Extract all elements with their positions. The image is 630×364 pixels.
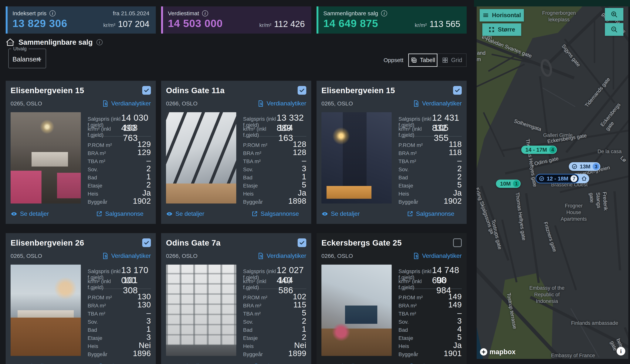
map-road [525, 193, 540, 283]
view-table-button[interactable]: Tabell [408, 54, 437, 67]
property-address: Elisenbergveien 26 [10, 238, 84, 247]
map-price-cluster[interactable]: 13M 3 [569, 162, 600, 171]
se-detaljer-link[interactable]: Se detaljer [322, 210, 360, 217]
valuation-stats-row: Indeksert prisi fra 21.05.2024 13 829 30… [6, 6, 467, 33]
property-photo [10, 265, 81, 356]
svg-text:$: $ [416, 102, 418, 106]
map[interactable]: eumFrognerborgen lekeplassGyldenløves ga… [477, 6, 628, 359]
map-street-label: Solheimgata [513, 118, 542, 133]
map-road [614, 191, 621, 270]
document-dollar-icon: $ [413, 253, 420, 259]
se-detaljer-link[interactable]: Se detaljer [166, 363, 204, 364]
property-card: Elisenbergveien 26 0265, OSLO $ Verdiana… [6, 233, 156, 364]
property-checkbox[interactable] [453, 86, 462, 95]
eye-icon [166, 210, 173, 217]
property-photo [166, 112, 236, 203]
view-grid-button[interactable]: Grid [437, 54, 466, 67]
table-icon [410, 57, 417, 64]
property-photo [322, 265, 392, 356]
property-postcode: 0266, OSLO [166, 253, 198, 259]
info-icon[interactable]: i [381, 10, 387, 16]
document-dollar-icon: $ [257, 253, 264, 259]
zoom-out-button[interactable] [605, 23, 624, 36]
mapbox-logo-icon [480, 348, 488, 356]
property-card: Elisenbergveien 15 0265, OSLO $ Verdiana… [6, 81, 156, 224]
info-icon[interactable]: i [50, 10, 56, 16]
property-address: Odins Gate 11a [166, 86, 224, 95]
property-postcode: 0266, OSLO [322, 253, 353, 259]
storre-button[interactable]: Større [482, 23, 521, 36]
magnifier-plus-icon [610, 10, 618, 18]
document-dollar-icon: $ [413, 100, 420, 107]
salgsannonse-link[interactable]: Salgsannonse [251, 210, 299, 217]
verdianalytiker-link[interactable]: $ Verdianalytiker [257, 252, 306, 259]
map-road [483, 112, 505, 157]
map-poi-label: Frognerborgen lekeplass [542, 10, 576, 23]
property-address: Elisenbergveien 15 [10, 86, 84, 95]
salgsannonse-link[interactable]: Salgsannonse [251, 363, 299, 364]
stat-card-sammenlignbare-salg: Sammenlignbare salgi 14 649 875 kr/m²113… [316, 6, 467, 33]
house-icon [581, 176, 587, 182]
property-checkbox[interactable] [142, 238, 151, 247]
stat-label: Verdiestimat [168, 10, 199, 16]
document-dollar-icon: $ [257, 100, 264, 107]
property-photo [322, 112, 392, 203]
property-checkbox[interactable] [453, 238, 462, 247]
expand-icon [488, 26, 495, 33]
stat-label: Indeksert pris [12, 10, 46, 16]
stat-label: Sammenlignbare salg [323, 10, 378, 16]
verdianalytiker-link[interactable]: $ Verdianalytiker [102, 100, 151, 107]
eye-icon [322, 210, 328, 217]
verdianalytiker-link[interactable]: $ Verdianalytiker [102, 252, 151, 259]
property-checkbox[interactable] [142, 86, 151, 95]
salgsannonse-link[interactable]: Salgsannonse [96, 210, 144, 217]
se-detaljer-link[interactable]: Se detaljer [322, 363, 360, 364]
map-header-strip [474, 0, 630, 7]
map-price-cluster[interactable]: 10M 1 [496, 180, 521, 188]
map-price-cluster-selected[interactable]: 12 - 18M 7 [536, 174, 589, 183]
comparable-sales-grid: Elisenbergveien 15 0265, OSLO $ Verdiana… [6, 81, 467, 364]
property-postcode: 0265, OSLO [10, 253, 42, 259]
property-card: Odins Gate 11a 0266, OSLO $ Verdianalyti… [161, 81, 311, 224]
map-poi-label: Embassy of France [551, 352, 595, 359]
select-label: Utvalg [11, 46, 28, 51]
property-checkbox[interactable] [298, 238, 306, 247]
verdianalytiker-link[interactable]: $ Verdianalytiker [413, 100, 462, 107]
zoom-in-button[interactable] [605, 8, 624, 21]
se-detaljer-link[interactable]: Se detaljer [166, 210, 204, 217]
se-detaljer-link[interactable]: Se detaljer [10, 210, 49, 217]
verdianalytiker-link[interactable]: $ Verdianalytiker [413, 252, 462, 259]
mapbox-attribution[interactable]: mapbox [480, 348, 516, 356]
property-checkbox[interactable] [298, 86, 306, 95]
page-title: Sammenlignbare salg [18, 38, 93, 46]
horisontal-button[interactable]: Horisontal [480, 9, 524, 21]
salgsannonse-link[interactable]: Salgsannonse [406, 363, 454, 364]
cluster-count-badge: 7 [570, 175, 577, 182]
magnifier-minus-icon [610, 26, 618, 33]
property-address: Elisenbergveien 15 [322, 86, 395, 95]
property-postcode: 0265, OSLO [322, 100, 353, 107]
document-dollar-icon: $ [102, 253, 108, 259]
external-link-icon [251, 363, 258, 364]
se-detaljer-link[interactable]: Se detaljer [10, 363, 49, 364]
eye-icon [322, 363, 328, 364]
salgsannonse-link[interactable]: Salgsannonse [96, 363, 144, 364]
external-link-icon [96, 363, 102, 364]
cluster-count-badge: 1 [513, 180, 520, 187]
external-link-icon [251, 210, 258, 217]
eye-icon [10, 210, 17, 217]
stat-value: 14 649 875 [323, 17, 378, 29]
property-card: Odins Gate 7a 0266, OSLO $ Verdianalytik… [161, 233, 311, 364]
map-info-button[interactable]: i [616, 347, 625, 356]
info-icon[interactable]: i [202, 10, 208, 16]
info-icon[interactable]: i [96, 39, 102, 45]
property-postcode: 0265, OSLO [10, 100, 42, 107]
utvalg-select[interactable]: Utvalg Balansert [8, 49, 46, 68]
map-road [624, 327, 628, 359]
stat-value: 14 503 000 [168, 17, 223, 29]
map-price-cluster[interactable]: 14 - 17M 4 [521, 146, 557, 154]
salgsannonse-link[interactable]: Salgsannonse [406, 210, 454, 217]
grid-icon [442, 57, 448, 64]
map-street-label: Frederik Stangs gate [588, 192, 609, 213]
verdianalytiker-link[interactable]: $ Verdianalytiker [257, 100, 306, 107]
